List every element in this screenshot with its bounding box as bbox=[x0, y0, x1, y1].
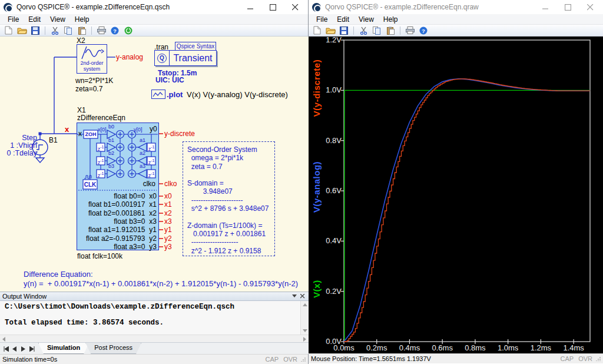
close-icon[interactable] bbox=[583, 2, 597, 12]
b1-attributes[interactable]: Step 1 :Vhigh 0 :Tdelay bbox=[0, 134, 37, 157]
copy-icon[interactable] bbox=[371, 25, 383, 36]
collapse-icon[interactable] bbox=[291, 293, 299, 300]
help-icon[interactable]: ? bbox=[418, 25, 429, 36]
net-label-y2[interactable]: y2 bbox=[164, 234, 172, 243]
right-window-title: Qorvo QSPICE® - example.zDifferenceEqn.q… bbox=[325, 3, 538, 11]
zoh-label: ZOH bbox=[84, 131, 98, 137]
tab-prev-icon[interactable] bbox=[11, 345, 18, 352]
toolbar-separator bbox=[91, 27, 92, 35]
run-icon[interactable] bbox=[122, 25, 134, 36]
minimize-icon[interactable] bbox=[538, 2, 552, 12]
x2-refdes[interactable]: X2 bbox=[77, 37, 85, 45]
toolbar-separator bbox=[400, 27, 400, 35]
x1-pin-x: x bbox=[78, 130, 82, 138]
net-label-x1[interactable]: x1 bbox=[164, 200, 172, 209]
plot-icon[interactable] bbox=[151, 90, 165, 99]
save-icon[interactable] bbox=[29, 25, 41, 36]
scroll-down-icon[interactable] bbox=[301, 327, 309, 335]
x1-param-row: float b1=0.001917x1 bbox=[88, 200, 157, 209]
print-icon[interactable] bbox=[95, 25, 107, 36]
x1-name[interactable]: zDifferenceEqn bbox=[77, 114, 125, 122]
diff-eq-title[interactable]: Difference Equation: bbox=[24, 270, 93, 279]
waveform-plot[interactable]: V(y-discrete) V(y-analog) V(x) 0.0ms0.2m… bbox=[309, 37, 603, 353]
new-file-icon[interactable] bbox=[311, 25, 323, 36]
plot-args[interactable]: V(x) V(y-analog) V(y-discrete) bbox=[187, 90, 288, 99]
open-file-icon[interactable] bbox=[16, 25, 28, 36]
x1-symbol[interactable]: x ZOH x[0] y[0] y0 b0 b1 b2 b3 a1 a2 a3 … bbox=[77, 123, 159, 250]
clk-label: CLK bbox=[83, 181, 97, 188]
b1-refdes[interactable]: B1 bbox=[49, 136, 58, 144]
clko-pin-label: clko bbox=[143, 180, 155, 188]
cut-icon[interactable] bbox=[49, 25, 61, 36]
copy-icon[interactable] bbox=[62, 25, 74, 36]
menu-file[interactable]: File bbox=[4, 15, 23, 24]
bottom-tabbar: Simulation Post Process bbox=[0, 342, 309, 354]
maximize-icon[interactable] bbox=[561, 2, 575, 12]
minimize-icon[interactable] bbox=[243, 2, 257, 12]
resize-grip-icon[interactable] bbox=[301, 357, 306, 362]
transient-button[interactable]: Q Transient bbox=[154, 50, 217, 66]
help-icon[interactable]: ? bbox=[109, 25, 121, 36]
net-label-y-discrete[interactable]: y-discrete bbox=[164, 130, 195, 138]
scroll-up-icon[interactable] bbox=[301, 301, 309, 309]
x1-pin-y0: y0 bbox=[150, 125, 157, 133]
plot-keyword[interactable]: .plot bbox=[167, 90, 183, 99]
output-close-icon[interactable] bbox=[299, 293, 306, 300]
right-titlebar[interactable]: Qorvo QSPICE® - example.zDifferenceEqn.q… bbox=[309, 0, 603, 14]
left-titlebar[interactable]: Qorvo QSPICE® - example.zDifferenceEqn.q… bbox=[0, 0, 308, 14]
tab-post-process[interactable]: Post Process bbox=[85, 343, 141, 354]
net-label-x[interactable]: x bbox=[65, 125, 69, 134]
fclk-param[interactable]: float fclk=100k bbox=[77, 252, 122, 260]
transient-label: Transient bbox=[170, 51, 216, 65]
tran-uic[interactable]: UIC: UIC bbox=[155, 76, 184, 84]
a1-label: a1 bbox=[138, 137, 147, 143]
vertical-scrollbar[interactable] bbox=[300, 301, 308, 335]
net-label-y3[interactable]: y3 bbox=[164, 243, 172, 251]
tab-first-icon[interactable] bbox=[2, 345, 9, 352]
menu-help[interactable]: Help bbox=[379, 15, 402, 24]
left-menubar: File Edit View Help bbox=[0, 14, 308, 25]
net-label-x3[interactable]: x3 bbox=[164, 217, 172, 226]
close-icon[interactable] bbox=[288, 2, 302, 12]
net-label-clko[interactable]: clko bbox=[164, 180, 177, 188]
svg-text:?: ? bbox=[113, 28, 117, 34]
tab-next-icon[interactable] bbox=[19, 345, 27, 352]
save-icon[interactable] bbox=[338, 25, 350, 36]
qspice-syntax-tab[interactable]: Qspice Syntax bbox=[175, 42, 216, 51]
paste-icon[interactable] bbox=[76, 25, 88, 36]
second-order-info-box[interactable]: Second-Order System omega = 2*pi*1k zeta… bbox=[183, 141, 275, 256]
net-label-y-analog[interactable]: y-analog bbox=[116, 53, 143, 61]
mouse-position-status: Mouse Position: Time=1.5651ms 1.1937V bbox=[311, 355, 431, 362]
paste-icon[interactable] bbox=[385, 25, 396, 36]
menu-help[interactable]: Help bbox=[71, 15, 94, 24]
net-label-x0[interactable]: x0 bbox=[164, 192, 172, 200]
menu-view[interactable]: View bbox=[46, 15, 69, 24]
new-file-icon[interactable] bbox=[2, 25, 14, 36]
diff-eq-text[interactable]: y(n) = + 0.001917*x(n-1) + 0.001861*x(n-… bbox=[24, 279, 298, 288]
schematic-canvas[interactable]: X2 2nd-order system y-analog wn=2*PI*1K … bbox=[0, 37, 309, 292]
y-tick-label: 0.4V bbox=[314, 236, 342, 245]
horizontal-scrollbar[interactable] bbox=[0, 335, 309, 342]
net-label-x2[interactable]: x2 bbox=[164, 209, 172, 217]
z-inverse-label: z-1 bbox=[97, 145, 105, 152]
tab-last-icon[interactable] bbox=[28, 345, 36, 352]
resize-grip-icon[interactable] bbox=[596, 356, 601, 361]
x2-symbol[interactable]: 2nd-order system bbox=[77, 44, 107, 74]
menu-edit[interactable]: Edit bbox=[333, 15, 353, 24]
x2-caption: 2nd-order system bbox=[77, 61, 107, 72]
y-tick-label: 1.2V bbox=[314, 35, 342, 44]
net-label-y1[interactable]: y1 bbox=[164, 226, 172, 234]
maximize-icon[interactable] bbox=[266, 2, 280, 12]
tab-simulation[interactable]: Simulation bbox=[38, 343, 89, 354]
open-file-icon[interactable] bbox=[324, 25, 336, 36]
x2-params[interactable]: wn=2*PI*1K zeta=0.7 bbox=[75, 77, 113, 93]
cut-icon[interactable] bbox=[357, 25, 369, 36]
menu-edit[interactable]: Edit bbox=[24, 15, 45, 24]
print-icon[interactable] bbox=[404, 25, 416, 36]
y0-bus-label: y[0] bbox=[134, 127, 143, 133]
menu-file[interactable]: File bbox=[312, 15, 332, 24]
output-window-body[interactable]: C:\Users\timot\Downloads\example.zDiffer… bbox=[0, 301, 309, 335]
x1-refdes[interactable]: X1 bbox=[77, 106, 86, 114]
schematic-window: Qorvo QSPICE® - example.zDifferenceEqn.q… bbox=[0, 0, 309, 364]
menu-view[interactable]: View bbox=[354, 15, 378, 24]
